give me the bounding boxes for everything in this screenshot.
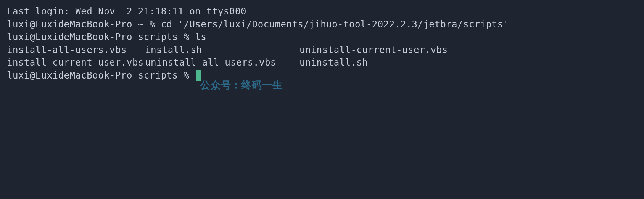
prompt-line-2: luxi@LuxideMacBook-Pro scripts % ls — [7, 31, 637, 44]
prompt-user-host: luxi@LuxideMacBook-Pro — [7, 19, 132, 30]
terminal-output[interactable]: Last login: Wed Nov 2 21:18:11 on ttys00… — [7, 5, 637, 82]
ls-output-row: install-current-user.vbsuninstall-all-us… — [7, 56, 637, 69]
last-login-text: Last login: Wed Nov 2 21:18:11 on ttys00… — [7, 6, 246, 17]
prompt-symbol: % — [184, 70, 189, 81]
prompt-line-3[interactable]: luxi@LuxideMacBook-Pro scripts % — [7, 69, 637, 82]
prompt-path: scripts — [138, 70, 178, 81]
ls-file: uninstall.sh — [299, 56, 368, 69]
cursor-block — [196, 70, 201, 81]
ls-file: uninstall-all-users.vbs — [145, 56, 299, 69]
prompt-path: scripts — [138, 32, 178, 42]
command-cd: cd '/Users/luxi/Documents/jihuo-tool-202… — [161, 19, 509, 30]
prompt-symbol: % — [184, 32, 189, 42]
ls-file: install-current-user.vbs — [7, 56, 145, 69]
prompt-line-1: luxi@LuxideMacBook-Pro ~ % cd '/Users/lu… — [7, 18, 637, 31]
ls-file: install.sh — [145, 44, 299, 57]
prompt-path: ~ — [138, 19, 144, 30]
prompt-user-host: luxi@LuxideMacBook-Pro — [7, 32, 132, 42]
ls-file: uninstall-current-user.vbs — [299, 44, 448, 57]
command-ls: ls — [195, 32, 206, 42]
last-login-line: Last login: Wed Nov 2 21:18:11 on ttys00… — [7, 5, 637, 18]
prompt-symbol: % — [150, 19, 155, 30]
ls-output-row: install-all-users.vbsinstall.shuninstall… — [7, 44, 637, 57]
prompt-user-host: luxi@LuxideMacBook-Pro — [7, 70, 132, 81]
ls-file: install-all-users.vbs — [7, 44, 145, 57]
